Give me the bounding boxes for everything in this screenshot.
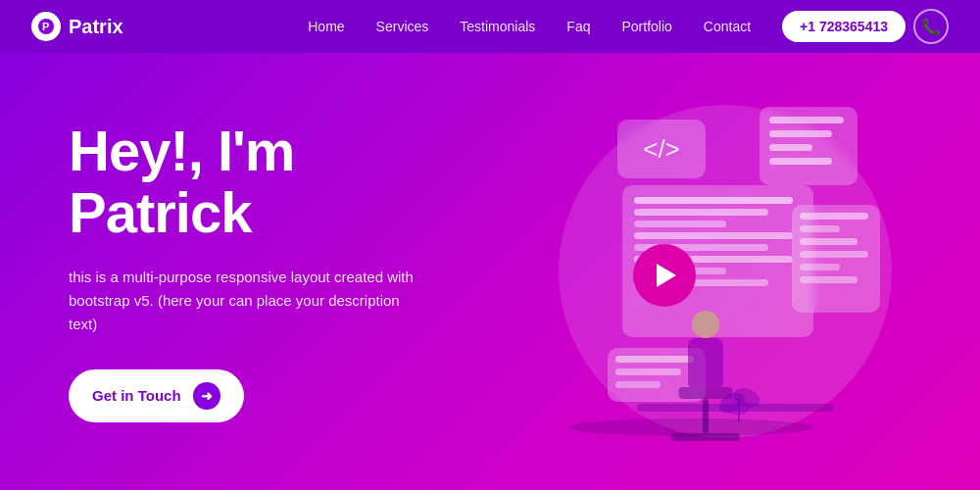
code-line <box>800 238 858 245</box>
phone-number-button[interactable]: +1 728365413 <box>782 11 906 42</box>
code-line <box>800 276 858 283</box>
nav-link-services[interactable]: Services <box>376 19 429 34</box>
logo[interactable]: P Patrix <box>31 12 123 41</box>
card-lines-top-right <box>760 107 858 185</box>
navbar: P Patrix Home Services Testimonials Faq … <box>0 0 980 53</box>
nav-item-services[interactable]: Services <box>376 18 429 35</box>
code-line <box>800 225 840 232</box>
nav-link-faq[interactable]: Faq <box>566 19 590 34</box>
hero-heading-line1: Hey!, I'm <box>69 119 294 182</box>
svg-text:P: P <box>42 21 49 32</box>
chair-base <box>671 433 740 441</box>
nav-item-testimonials[interactable]: Testimonials <box>460 18 535 35</box>
cta-button[interactable]: Get in Touch ➜ <box>69 369 244 422</box>
chair-pole <box>703 399 709 433</box>
nav-item-portfolio[interactable]: Portfolio <box>621 18 671 35</box>
nav-links: Home Services Testimonials Faq Portfolio… <box>308 18 751 35</box>
nav-link-home[interactable]: Home <box>308 19 344 34</box>
hero-heading: Hey!, I'm Patrick <box>69 121 519 243</box>
hero-section: Hey!, I'm Patrick this is a multi-purpos… <box>0 53 980 490</box>
person-head <box>692 311 719 338</box>
nav-link-portfolio[interactable]: Portfolio <box>621 19 671 34</box>
nav-cta: +1 728365413 📞 <box>782 9 949 44</box>
logo-icon: P <box>31 12 61 41</box>
code-line <box>634 209 768 216</box>
code-line <box>800 251 868 258</box>
hero-content: Hey!, I'm Patrick this is a multi-purpos… <box>69 121 519 421</box>
code-line <box>800 264 840 270</box>
cta-arrow-icon: ➜ <box>193 382 220 410</box>
hero-heading-line2: Patrick <box>69 180 251 244</box>
nav-item-faq[interactable]: Faq <box>566 18 590 35</box>
plant-decoration <box>717 368 766 426</box>
code-line <box>769 130 832 137</box>
code-line <box>634 197 793 204</box>
code-line <box>769 144 812 151</box>
phone-icon-button[interactable]: 📞 <box>913 9 949 44</box>
cta-label: Get in Touch <box>92 387 181 404</box>
hero-illustration: </> <box>519 53 911 490</box>
code-line <box>634 232 793 239</box>
code-line <box>800 213 868 220</box>
nav-link-testimonials[interactable]: Testimonials <box>460 19 535 34</box>
play-button[interactable] <box>633 244 696 307</box>
phone-icon: 📞 <box>921 18 941 36</box>
nav-link-contact[interactable]: Contact <box>704 19 751 34</box>
hero-description: this is a multi-purpose responsive layou… <box>69 266 431 336</box>
play-icon <box>657 264 676 287</box>
nav-item-contact[interactable]: Contact <box>704 18 751 35</box>
card-code-tag: </> <box>617 120 706 178</box>
code-icon: </> <box>643 134 680 165</box>
card-right-mid <box>792 205 880 313</box>
code-line <box>769 117 844 123</box>
code-line <box>634 220 726 227</box>
brand-name: Patrix <box>69 16 123 38</box>
nav-item-home[interactable]: Home <box>308 18 344 35</box>
code-line <box>769 158 832 165</box>
